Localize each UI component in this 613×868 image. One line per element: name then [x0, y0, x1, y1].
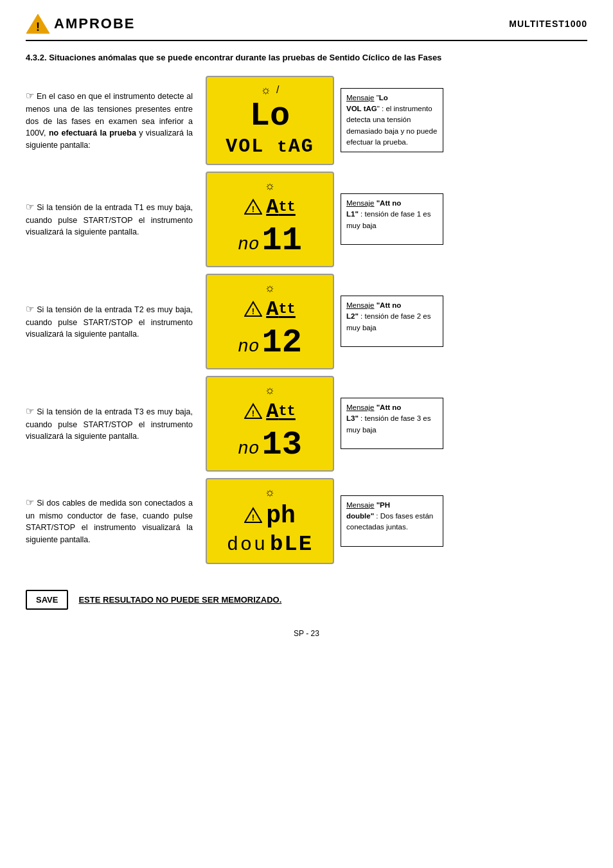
display-top-1: ☼ /	[213, 84, 326, 97]
bullet-text-4: ☞ Si la tensión de la entrada T3 es muy …	[26, 404, 206, 443]
save-section: SAVE ESTE RESULTADO NO PUEDE SER MEMORIZ…	[26, 583, 587, 610]
warning-icon-3: !	[244, 301, 262, 317]
msg2-body: : tensión de fase 1 es muy baja	[346, 210, 431, 229]
no-label-4: no	[238, 439, 260, 459]
sun-icon-5: ☼	[265, 486, 276, 499]
message-box-4: Mensaje "Att noL3" : tensión de fase 3 e…	[341, 398, 443, 449]
row-5: ☞ Si dos cables de medida son conectados…	[26, 478, 587, 564]
logo-icon: !	[26, 13, 50, 35]
logo-container: ! AMPROBE	[26, 13, 135, 35]
bullet-text-1: ☞ En el caso en que el instrumento detec…	[26, 89, 206, 152]
warning-icon-4: !	[244, 403, 262, 420]
svg-text:!: !	[252, 204, 254, 214]
display-top-5: ☼	[213, 486, 326, 499]
msg3-title-plain: Mensaje	[346, 301, 374, 309]
display-panel-3: ☼ ! Att no 12	[206, 274, 334, 369]
att-label-2: Att	[266, 195, 296, 219]
bullet-1: ☞	[26, 90, 34, 101]
bullet-2: ☞	[26, 201, 34, 212]
sun-icon-2: ☼	[265, 179, 276, 193]
ble-label: bLE	[270, 532, 313, 556]
no-digits-3: 12	[262, 324, 302, 362]
bullet-text-3: ☞ Si la tensión de la entrada T2 es muy …	[26, 302, 206, 341]
msg4-title-plain: Mensaje	[346, 403, 374, 411]
bullet-5: ☞	[26, 497, 34, 508]
att-label-4: Att	[266, 400, 296, 423]
display-att-row-4: ! Att	[244, 400, 296, 423]
svg-text:!: !	[252, 513, 254, 522]
display-no-12: no 12	[238, 324, 302, 362]
display-top-3: ☼	[213, 281, 326, 295]
display-att-row-3: ! Att	[244, 297, 296, 321]
display-lo: Lo	[250, 100, 290, 133]
msg3-body: : tensión de fase 2 es muy baja	[346, 312, 431, 331]
sun-icon-1: ☼	[261, 84, 272, 97]
save-note: ESTE RESULTADO NO PUEDE SER MEMORIZADO.	[78, 595, 281, 605]
section-title: 4.3.2. Situaciones anómalas que se puede…	[26, 51, 587, 64]
display-panel-1: ☼ / Lo VOL tAG	[206, 76, 334, 165]
no-digits-2: 11	[262, 222, 302, 260]
display-vol-tag: VOL tAG	[226, 136, 314, 157]
message-box-1: Mensaje "LoVOL tAG" : el instrumento det…	[341, 88, 443, 152]
display-panel-5: ☼ ! ph dou bLE	[206, 478, 334, 564]
sun-icon-4: ☼	[265, 384, 276, 397]
msg4-body: : tensión de fase 3 es muy baja	[346, 414, 431, 433]
warning-icon-2: !	[244, 199, 262, 215]
svg-text:!: !	[252, 409, 254, 418]
main-content: ☞ En el caso en que el instrumento detec…	[26, 76, 587, 571]
logo-text: AMPROBE	[54, 15, 135, 32]
page-header: ! AMPROBE MULTITEST1000	[26, 13, 587, 41]
display-top-2: ☼	[213, 179, 326, 193]
display-ph-row: ! ph	[244, 502, 296, 529]
display-double: dou bLE	[227, 532, 313, 556]
model-text: MULTITEST1000	[509, 19, 587, 29]
display-att-row-2: ! Att	[244, 195, 296, 219]
page-number: SP - 23	[26, 629, 587, 638]
msg2-title-plain: Mensaje	[346, 199, 374, 207]
row-2: ☞ Si la tensión de la entrada T1 es muy …	[26, 172, 587, 267]
no-digits-4: 13	[262, 426, 302, 464]
msg5-title-plain: Mensaje	[346, 501, 374, 509]
message-box-3: Mensaje "Att noL2" : tensión de fase 2 e…	[341, 296, 443, 347]
row-4: ☞ Si la tensión de la entrada T3 es muy …	[26, 376, 587, 472]
save-box: SAVE	[26, 590, 68, 610]
bullet-3: ☞	[26, 303, 34, 314]
row-1: ☞ En el caso en que el instrumento detec…	[26, 76, 587, 165]
dou-label: dou	[227, 534, 267, 556]
att-label-3: Att	[266, 297, 296, 321]
sun-icon-3: ☼	[265, 281, 276, 295]
display-top-4: ☼	[213, 384, 326, 397]
display-no-11: no 11	[238, 222, 302, 260]
bullet-text-2: ☞ Si la tensión de la entrada T1 es muy …	[26, 200, 206, 238]
message-box-5: Mensaje "PHdouble" : Dos fases están con…	[341, 495, 443, 547]
display-panel-4: ☼ ! Att no 13	[206, 376, 334, 472]
display-panel-2: ☼ ! Att no 11	[206, 172, 334, 267]
bullet-4: ☞	[26, 405, 34, 416]
bullet-text-5: ☞ Si dos cables de medida son conectados…	[26, 495, 206, 546]
warning-icon-5: !	[244, 507, 262, 524]
no-label-2: no	[238, 235, 260, 254]
row-3: ☞ Si la tensión de la entrada T2 es muy …	[26, 274, 587, 369]
ph-label: ph	[266, 502, 296, 529]
no-label-3: no	[238, 337, 260, 357]
svg-text:!: !	[36, 21, 40, 33]
message-box-2: Mensaje "Att noL1" : tensión de fase 1 e…	[341, 193, 443, 245]
display-no-13: no 13	[238, 426, 302, 464]
msg1-title-plain: Mensaje	[346, 94, 374, 102]
svg-text:!: !	[252, 306, 254, 316]
